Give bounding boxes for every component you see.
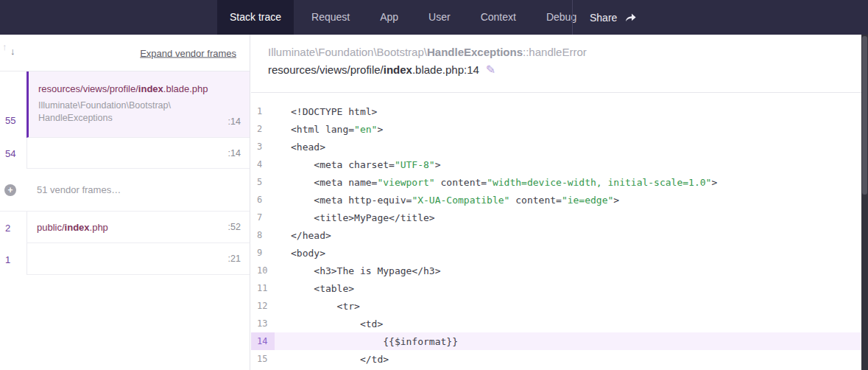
tab-user[interactable]: User xyxy=(416,0,463,35)
share-label: Share xyxy=(590,12,617,24)
sidebar-header: ↑ ↓ Expand vendor frames xyxy=(0,35,250,71)
line-number: 6 xyxy=(251,191,275,209)
frame-number: 54 xyxy=(5,148,15,159)
top-navbar: Stack trace Request App User Context Deb… xyxy=(0,0,868,35)
tab-stack-trace[interactable]: Stack trace xyxy=(217,0,294,35)
line-number: 2 xyxy=(251,120,275,138)
code-line: 4 <meta charset="UTF-8"> xyxy=(251,156,861,173)
line-number: 11 xyxy=(251,279,275,297)
frame-body: public/index.php :52 xyxy=(27,212,250,243)
code-text: <title>MyPage</title> xyxy=(275,212,435,223)
code-text: </head> xyxy=(275,230,331,241)
code-line: 3<head> xyxy=(251,138,861,156)
tab-debug[interactable]: Debug xyxy=(534,0,589,35)
stack-frame-2[interactable]: 2 public/index.php :52 xyxy=(0,212,250,243)
tab-request[interactable]: Request xyxy=(299,0,362,35)
frame-file-bold: index xyxy=(138,83,163,94)
line-number: 3 xyxy=(251,138,275,156)
tab-context[interactable]: Context xyxy=(468,0,529,35)
frame-number: 2 xyxy=(5,222,10,233)
nav-divider xyxy=(572,0,573,35)
code-text: <tr> xyxy=(275,301,360,312)
stack-frame-55[interactable]: 55 resources/views/profile/index.blade.p… xyxy=(0,71,250,138)
frame-file-post: .php xyxy=(90,222,108,233)
code-line: 9<body> xyxy=(251,244,861,262)
frame-file-post: .blade.php xyxy=(163,83,208,94)
code-block: 1<!DOCTYPE html>2<html lang="en">3<head>… xyxy=(251,93,861,368)
code-line: 7 <title>MyPage</title> xyxy=(251,209,861,226)
scrollbar[interactable] xyxy=(861,35,868,370)
stack-frames-sidebar: ↑ ↓ Expand vendor frames 55 resources/vi… xyxy=(0,35,250,370)
code-text: <table> xyxy=(275,283,354,294)
edit-in-editor-icon[interactable]: ✎ xyxy=(486,64,495,76)
nav-tabs: Stack trace Request App User Context Deb… xyxy=(217,0,594,35)
frame-file: public/index.php xyxy=(37,221,108,234)
frame-line-number: :21 xyxy=(228,254,241,264)
expand-vendor-frames-link[interactable]: Expand vendor frames xyxy=(140,47,236,58)
code-line: 13 <td> xyxy=(251,315,861,332)
code-line: 2<html lang="en"> xyxy=(251,120,861,138)
vendor-frames-label: 51 vendor frames… xyxy=(37,184,121,195)
code-text: <meta http-equiv="X-UA-Compatible" conte… xyxy=(275,195,619,206)
method-path-pre: Illuminate\Foundation\Bootstrap\ xyxy=(268,46,427,58)
frame-class: Illuminate\Foundation\Bootstrap\ HandleE… xyxy=(38,100,241,125)
scrollbar-thumb[interactable] xyxy=(862,36,867,195)
next-frame-icon[interactable]: ↓ xyxy=(10,46,15,57)
frame-method-path: Illuminate\Foundation\Bootstrap\HandleEx… xyxy=(268,46,861,58)
line-number: 9 xyxy=(251,244,275,262)
code-line-highlighted: 14 {{$informat}} xyxy=(251,332,861,350)
frame-file: resources/views/profile/index.blade.php xyxy=(38,83,241,95)
previous-frame-icon[interactable]: ↑ xyxy=(2,41,7,52)
frame-class-line1: Illuminate\Foundation\Bootstrap\ xyxy=(38,100,241,112)
plus-icon[interactable]: + xyxy=(4,184,16,196)
frames-list: 55 resources/views/profile/index.blade.p… xyxy=(0,71,250,275)
code-line: 15 </td> xyxy=(251,350,861,368)
frame-header: Illuminate\Foundation\Bootstrap\HandleEx… xyxy=(251,35,861,93)
code-line: 6 <meta http-equiv="X-UA-Compatible" con… xyxy=(251,191,861,209)
code-text: <meta charset="UTF-8"> xyxy=(275,159,441,170)
file-path-pre: resources/views/profile/ xyxy=(268,63,384,76)
frame-number: 1 xyxy=(5,254,10,265)
code-line: 5 <meta name="viewport" content="width=d… xyxy=(251,173,861,191)
line-number: 12 xyxy=(251,297,275,315)
line-number: 1 xyxy=(251,102,275,120)
line-number: 4 xyxy=(251,156,275,173)
line-number: 15 xyxy=(251,350,275,368)
frame-class-line2: HandleExceptions xyxy=(38,112,241,125)
frame-body: :21 xyxy=(27,243,250,275)
code-line: 11 <table> xyxy=(251,279,861,297)
frame-file-bold: index xyxy=(65,222,90,233)
line-number: 13 xyxy=(251,315,275,332)
frame-body: :14 xyxy=(27,138,250,169)
ignition-error-page: Stack trace Request App User Context Deb… xyxy=(0,0,868,370)
file-path-text: resources/views/profile/index.blade.php:… xyxy=(268,63,479,76)
code-text: <meta name="viewport" content="width=dev… xyxy=(275,177,717,188)
code-line: 10 <h3>The is Mypage</h3> xyxy=(251,262,861,279)
frame-file-pre: public/ xyxy=(37,222,65,233)
code-text: <body> xyxy=(275,248,325,259)
tab-app[interactable]: App xyxy=(367,0,411,35)
code-text: <html lang="en"> xyxy=(275,124,383,135)
frame-line-number: :52 xyxy=(228,222,241,232)
share-icon xyxy=(624,12,637,23)
frame-line-number: :14 xyxy=(228,116,241,127)
code-text: {{$informat}} xyxy=(275,336,458,347)
share-button[interactable]: Share xyxy=(590,0,637,35)
file-path-bold: index xyxy=(384,63,412,76)
method-path-class: HandleExceptions xyxy=(427,46,523,58)
code-text: <h3>The is Mypage</h3> xyxy=(275,265,441,276)
line-number: 5 xyxy=(251,173,275,191)
code-text: <head> xyxy=(275,142,325,153)
line-number: 14 xyxy=(251,332,275,350)
stack-frame-1[interactable]: 1 :21 xyxy=(0,243,250,275)
code-line: 1<!DOCTYPE html> xyxy=(251,102,861,120)
code-text: <!DOCTYPE html> xyxy=(275,106,377,117)
stack-frame-54[interactable]: 54 :14 xyxy=(0,138,250,169)
vendor-frames-row[interactable]: + 51 vendor frames… xyxy=(0,169,250,212)
code-text: </td> xyxy=(275,354,389,365)
file-path-post: .blade.php:14 xyxy=(412,63,479,76)
line-number: 8 xyxy=(251,226,275,244)
code-text: <td> xyxy=(275,318,383,329)
line-number: 7 xyxy=(251,209,275,226)
frame-number: 55 xyxy=(5,115,15,126)
